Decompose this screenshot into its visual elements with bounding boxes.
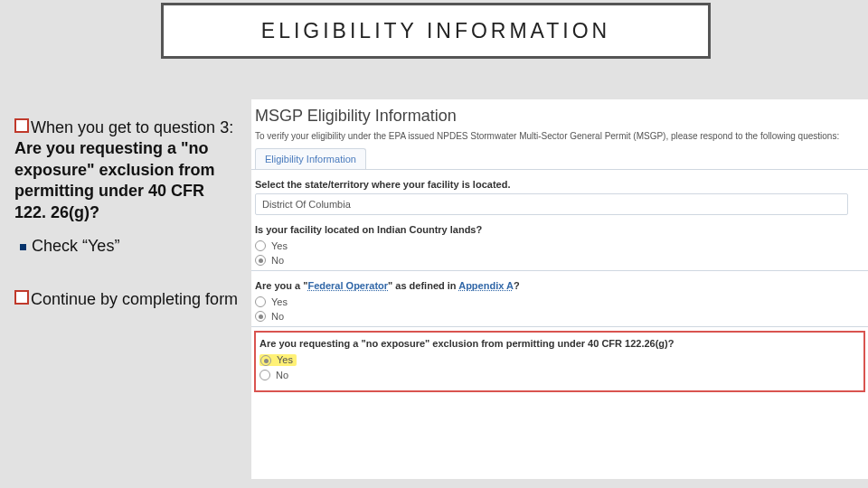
instruction-2: Check “Yes” (14, 236, 241, 257)
q3-yes-label: Yes (271, 296, 288, 307)
q3-label: Are you a "Federal Operator" as defined … (255, 280, 864, 291)
panel-heading: MSGP Eligibility Information (255, 107, 864, 126)
panel-intro: To verify your eligibility under the EPA… (255, 131, 864, 141)
q2-options: Yes No (255, 239, 864, 267)
q4-no[interactable]: No (259, 368, 860, 382)
divider (251, 326, 868, 327)
q2-label: Is your facility located on Indian Count… (255, 224, 864, 235)
state-select[interactable]: District Of Columbia (255, 193, 848, 215)
q4-options: Yes No (259, 352, 860, 382)
q3-options: Yes No (255, 295, 864, 324)
q2-no-label: No (271, 255, 284, 266)
radio-icon (255, 255, 266, 266)
bullet-square-icon (14, 118, 29, 133)
instr1-pre: When you get to question 3: (31, 118, 233, 136)
instr3-text: Continue by completing form (31, 290, 238, 308)
radio-icon (255, 240, 266, 251)
q2-yes-label: Yes (271, 240, 288, 251)
q2-yes[interactable]: Yes (255, 239, 864, 253)
q4-yes[interactable]: Yes (259, 352, 860, 368)
q3-yes[interactable]: Yes (255, 295, 864, 309)
instr1-bold: Are you requesting a "no exposure" exclu… (14, 139, 215, 221)
radio-icon (255, 311, 266, 322)
bullet-dot-icon (20, 244, 26, 250)
q4-no-label: No (276, 370, 288, 380)
tab-divider (251, 169, 868, 170)
appendix-a-link[interactable]: Appendix A (458, 280, 514, 291)
left-instructions: When you get to question 3: Are you requ… (14, 117, 241, 311)
instr2-text: Check “Yes” (32, 237, 119, 255)
slide-title: ELIGIBILITY INFORMATION (161, 3, 711, 59)
divider (251, 270, 868, 271)
bullet-square-icon (14, 290, 29, 305)
q1-label: Select the state/territory where your fa… (255, 179, 864, 190)
highlight-box: Are you requesting a "no exposure" exclu… (254, 331, 865, 392)
radio-icon (260, 355, 271, 366)
instruction-3: Continue by completing form (14, 289, 241, 310)
radio-icon (259, 370, 270, 380)
q2-no[interactable]: No (255, 253, 864, 267)
instruction-1: When you get to question 3: Are you requ… (14, 117, 241, 223)
q4-yes-label: Yes (277, 354, 293, 365)
q3-no[interactable]: No (255, 309, 864, 324)
q3-no-label: No (271, 311, 284, 322)
q4-label: Are you requesting a "no exposure" exclu… (259, 338, 860, 349)
yes-highlight: Yes (259, 354, 297, 366)
radio-icon (255, 296, 266, 307)
federal-operator-link[interactable]: Federal Operator (307, 280, 388, 291)
tab-eligibility[interactable]: Eligibility Information (255, 148, 366, 169)
form-screenshot: MSGP Eligibility Information To verify y… (251, 99, 868, 479)
